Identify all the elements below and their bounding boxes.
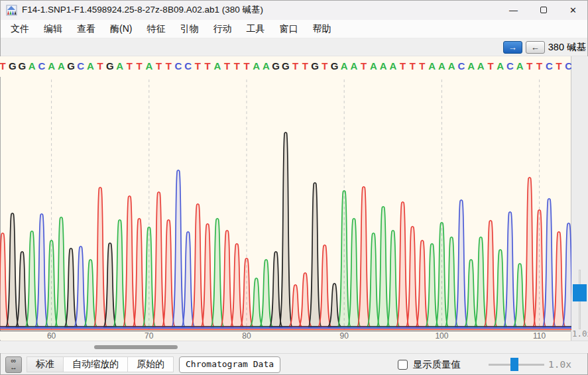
window-title: F14-1.SNP1-F1.4598924.25-8-27z-8B09.A02.… (22, 4, 263, 16)
menu-tools[interactable]: 工具 (239, 21, 272, 38)
menu-features[interactable]: 特征 (139, 21, 172, 38)
base-call-letter[interactable]: T (536, 56, 542, 77)
base-call-letter[interactable]: G (331, 56, 339, 77)
base-call-letter[interactable]: G (9, 56, 17, 77)
base-call-letter[interactable]: A (380, 56, 387, 77)
base-call-letter[interactable]: G (19, 56, 27, 77)
base-call-letter[interactable]: T (224, 56, 230, 77)
menu-actions[interactable]: 行动 (206, 21, 239, 38)
show-quality-checkbox[interactable] (398, 360, 408, 370)
base-call-letter[interactable]: T (526, 56, 532, 77)
data-source-dropdown[interactable]: Chromatogram Data (179, 356, 280, 373)
base-call-letter[interactable]: T (302, 56, 308, 77)
trace-peak-A (514, 264, 526, 327)
mode-original-button[interactable]: 原始的 (128, 356, 174, 372)
menu-view[interactable]: 查看 (70, 21, 103, 38)
base-call-letter[interactable]: A (58, 56, 65, 77)
base-call-letter[interactable]: T (195, 56, 201, 77)
trace-peak-A (436, 223, 448, 327)
close-button[interactable]: ✕ (558, 0, 588, 20)
base-call-letter[interactable]: C (77, 56, 84, 77)
base-call-letter[interactable]: A (448, 56, 455, 77)
base-call-letter[interactable]: A (370, 56, 377, 77)
base-call-letter[interactable]: A (467, 56, 475, 77)
base-number-axis: 60708090100110 (0, 331, 571, 340)
mode-standard-button[interactable]: 标准 (27, 356, 64, 372)
base-call-letter[interactable]: T (127, 56, 133, 77)
horizontal-zoom-slider-handle[interactable] (510, 358, 518, 371)
axis-tick-label: 90 (340, 331, 349, 341)
base-call-letter[interactable]: A (477, 56, 485, 77)
base-call-letter[interactable]: G (272, 56, 280, 77)
base-call-letter[interactable]: T (97, 56, 103, 77)
menu-help[interactable]: 帮助 (305, 21, 338, 38)
minimize-button[interactable]: — (499, 0, 528, 20)
base-call-letter[interactable]: T (410, 56, 416, 77)
trace-peak-G (309, 183, 322, 327)
chromatogram-chart[interactable] (0, 77, 571, 331)
trace-peak-A (465, 260, 477, 327)
base-call-letter[interactable]: G (282, 56, 290, 77)
base-call-letter[interactable]: A (263, 56, 270, 77)
base-call-letter[interactable]: A (145, 56, 152, 77)
base-call-sequence-row: TGGACAAGCATGATTATTCCTTATTTAAGGTTGTGAATAA… (0, 56, 571, 77)
base-call-letter[interactable]: T (0, 56, 6, 77)
base-call-letter[interactable]: C (184, 56, 192, 77)
prev-button[interactable]: ← (526, 41, 545, 54)
base-call-letter[interactable]: T (156, 56, 162, 77)
base-call-letter[interactable]: T (292, 56, 298, 77)
base-call-letter[interactable]: A (29, 56, 36, 77)
fit-to-width-button[interactable]: ∞ ↔ (5, 356, 22, 373)
base-call-letter[interactable]: T (166, 56, 172, 77)
base-call-letter[interactable]: C (506, 56, 514, 77)
base-call-letter[interactable]: C (546, 56, 553, 77)
horizontal-scrollbar[interactable] (0, 341, 588, 353)
base-call-letter[interactable]: T (136, 56, 142, 77)
base-call-letter[interactable]: T (243, 56, 249, 77)
base-call-letter[interactable]: A (497, 56, 504, 77)
menu-file[interactable]: 文件 (3, 21, 36, 38)
base-call-letter[interactable]: A (87, 56, 94, 77)
base-call-letter[interactable]: T (487, 56, 493, 77)
base-call-letter[interactable]: A (341, 56, 348, 77)
app-chromatogram-icon (6, 5, 17, 16)
trace-peak-T (406, 227, 419, 327)
base-call-letter[interactable]: T (556, 56, 561, 77)
horizontal-scrollbar-thumb[interactable] (94, 345, 178, 349)
base-call-letter[interactable]: A (350, 56, 357, 77)
trace-peak-T (152, 192, 165, 327)
trace-peak-T (485, 221, 497, 327)
base-call-letter[interactable]: C (38, 56, 45, 77)
base-call-letter[interactable]: T (322, 56, 327, 77)
base-call-letter[interactable]: T (234, 56, 240, 77)
base-call-letter[interactable]: A (116, 56, 123, 77)
base-call-letter[interactable]: T (205, 56, 211, 77)
menu-window[interactable]: 窗口 (272, 21, 305, 38)
base-call-letter[interactable]: A (438, 56, 445, 77)
base-call-letter[interactable]: C (175, 56, 182, 77)
menu-enzyme[interactable]: 酶(N) (103, 21, 139, 38)
base-call-letter[interactable]: A (213, 56, 221, 77)
mode-autoscaled-button[interactable]: 自动缩放的 (64, 356, 128, 372)
menu-edit[interactable]: 编辑 (36, 21, 70, 38)
menu-primers[interactable]: 引物 (172, 21, 206, 38)
trace-peak-T (241, 258, 253, 327)
base-call-letter[interactable]: A (253, 56, 260, 77)
base-call-letter[interactable]: C (457, 56, 465, 77)
vertical-zoom-slider-handle[interactable] (573, 284, 587, 301)
maximize-button[interactable] (528, 0, 558, 20)
base-call-letter[interactable]: A (428, 56, 436, 77)
base-call-letter[interactable]: G (106, 56, 114, 77)
horizontal-zoom-slider[interactable] (489, 358, 544, 371)
base-call-letter[interactable]: T (419, 56, 425, 77)
base-call-letter[interactable]: G (67, 56, 75, 77)
base-call-letter[interactable]: G (311, 56, 319, 77)
base-call-letter[interactable]: T (361, 56, 367, 77)
minimize-icon: — (509, 5, 518, 15)
base-call-letter[interactable]: A (389, 56, 396, 77)
base-call-letter[interactable]: A (48, 56, 55, 77)
next-button[interactable]: → (503, 41, 522, 54)
base-call-letter[interactable]: A (516, 56, 524, 77)
base-call-letter[interactable]: T (400, 56, 406, 77)
arrow-right-icon: → (508, 43, 517, 52)
